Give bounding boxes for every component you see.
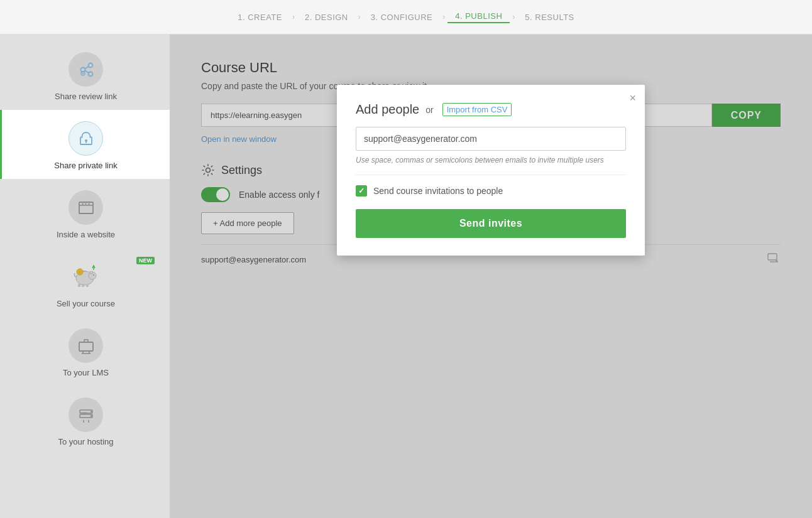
svg-point-17 — [90, 271, 93, 274]
new-badge: NEW — [136, 257, 155, 264]
top-navigation: 1. CREATE › 2. DESIGN › 3. CONFIGURE › 4… — [0, 0, 812, 35]
share-private-icon — [69, 121, 103, 156]
sell-course-icon: $ — [69, 259, 103, 294]
to-hosting-icon: HTML — [69, 397, 103, 432]
main-layout: Share review link Share private link — [0, 35, 812, 518]
send-invitations-checkbox[interactable] — [356, 185, 367, 197]
sidebar-label-share-private: Share private link — [54, 161, 117, 170]
nav-arrow-3: › — [442, 13, 445, 21]
to-lms-icon — [69, 328, 103, 363]
nav-step-configure[interactable]: 3. CONFIGURE — [363, 13, 440, 22]
import-from-csv-link[interactable]: Import from CSV — [442, 103, 512, 116]
svg-line-4 — [85, 70, 89, 73]
sidebar-label-to-hosting: To your hosting — [58, 437, 113, 446]
share-review-icon — [69, 52, 103, 87]
sidebar-label-sell-course: Sell your course — [57, 299, 115, 308]
nav-arrow-2: › — [358, 13, 361, 21]
svg-rect-13 — [88, 203, 90, 205]
email-input[interactable] — [356, 127, 626, 151]
nav-step-publish[interactable]: 4. PUBLISH — [447, 11, 510, 23]
modal-title: Add people or Import from CSV — [356, 102, 626, 117]
sidebar-label-to-lms: To your LMS — [63, 368, 109, 377]
svg-rect-11 — [82, 203, 84, 205]
checkbox-label: Send course invitations to people — [373, 186, 503, 196]
nav-step-create[interactable]: 1. CREATE — [230, 13, 290, 22]
sidebar-item-share-private[interactable]: Share private link — [0, 110, 170, 179]
svg-point-34 — [90, 411, 91, 412]
modal-overlay[interactable]: × Add people or Import from CSV Use spac… — [170, 35, 812, 518]
svg-rect-26 — [79, 342, 93, 351]
svg-point-7 — [85, 139, 87, 142]
svg-rect-30 — [84, 340, 88, 342]
add-people-modal: × Add people or Import from CSV Use spac… — [337, 85, 645, 256]
modal-divider — [356, 175, 626, 175]
sidebar-item-inside-website[interactable]: Inside a website — [0, 179, 170, 248]
sidebar-label-inside-website: Inside a website — [57, 230, 115, 239]
checkbox-row: Send course invitations to people — [356, 185, 626, 197]
send-invites-button[interactable]: Send invites — [356, 209, 626, 238]
sidebar-item-share-review[interactable]: Share review link — [0, 41, 170, 110]
sidebar: Share review link Share private link — [0, 35, 170, 518]
sidebar-item-sell-course[interactable]: NEW — [0, 248, 170, 317]
svg-point-2 — [88, 72, 92, 76]
nav-arrow-4: › — [512, 13, 515, 21]
modal-hint: Use space, commas or semicolons between … — [356, 156, 626, 165]
svg-rect-20 — [82, 284, 84, 287]
sidebar-item-to-lms[interactable]: To your LMS — [0, 317, 170, 386]
sidebar-item-to-hosting[interactable]: HTML To your hosting — [0, 386, 170, 455]
svg-rect-12 — [85, 203, 87, 205]
modal-close-button[interactable]: × — [629, 92, 636, 104]
svg-rect-19 — [78, 284, 80, 287]
sidebar-label-share-review: Share review link — [55, 92, 117, 101]
svg-point-1 — [88, 63, 92, 67]
svg-line-3 — [85, 67, 89, 69]
nav-step-results[interactable]: 5. RESULTS — [517, 13, 581, 22]
svg-point-35 — [90, 415, 91, 416]
nav-step-design[interactable]: 2. DESIGN — [297, 13, 356, 22]
content-area: Course URL Copy and paste the URL of you… — [170, 35, 812, 518]
inside-website-icon — [69, 190, 103, 225]
svg-line-6 — [82, 73, 84, 74]
svg-text:HTML: HTML — [80, 411, 88, 414]
svg-point-22 — [93, 274, 94, 276]
nav-arrow-1: › — [292, 13, 295, 21]
svg-rect-21 — [86, 284, 89, 287]
